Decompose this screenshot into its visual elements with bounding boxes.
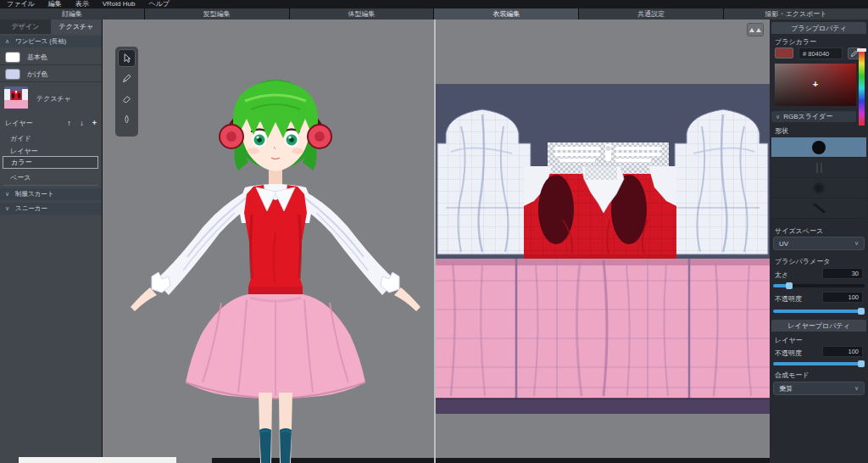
divider [3, 185, 97, 186]
layer-move-up-button[interactable]: ↑ [64, 118, 75, 128]
base-color-swatch[interactable] [5, 52, 20, 63]
floor-band [436, 458, 770, 463]
opacity-value-field[interactable]: 100 [822, 292, 863, 303]
blend-mode-value: 乗算 [779, 384, 854, 393]
character-model[interactable] [103, 20, 434, 463]
opacity-slider[interactable] [773, 308, 865, 315]
base-color-row[interactable]: 基本色 [0, 49, 102, 65]
size-space-label: サイズスペース [775, 226, 823, 236]
layer-opacity-value-field[interactable]: 100 [822, 346, 863, 357]
texture-thumbnail[interactable] [4, 86, 28, 110]
layer-opacity-slider[interactable] [773, 360, 865, 367]
cursor-icon [121, 53, 132, 64]
texture-row[interactable]: テクスチャ [0, 85, 102, 112]
eraser-icon [121, 93, 132, 104]
view-toggle-button[interactable] [747, 23, 764, 36]
slider-handle[interactable] [858, 308, 865, 315]
opacity-label: 不透明度 [775, 294, 802, 304]
menu-vroid-hub[interactable]: VRoid Hub [96, 0, 142, 8]
section-uniform-skirt-label: 制服スカート [15, 190, 54, 198]
hue-slider-handle[interactable] [857, 48, 866, 52]
rgb-sliders-section[interactable]: ∨ RGBスライダー [771, 111, 856, 122]
layer-list-header: レイヤー ↑ ↓ + [0, 117, 102, 129]
section-sneakers-label: スニーカー [15, 204, 47, 213]
menu-edit[interactable]: 編集 [42, 0, 69, 8]
shade-color-row[interactable]: かげ色 [0, 66, 102, 82]
shade-color-swatch[interactable] [5, 69, 20, 80]
pencil-icon [121, 73, 132, 84]
blend-mode-label: 合成モード [775, 371, 809, 380]
fill-tool-button[interactable] [118, 110, 136, 128]
shape-option-hard-circle[interactable] [771, 137, 866, 158]
size-space-value: UV [779, 240, 854, 248]
layer-item-color-selected[interactable]: カラー [3, 156, 98, 169]
menu-bar: ファイル 編集 表示 VRoid Hub ヘルプ [0, 0, 868, 8]
layer-header-label: レイヤー [5, 119, 64, 128]
tab-costume-edit[interactable]: 衣装編集 [434, 8, 578, 20]
chevron-down-icon: ∨ [854, 385, 859, 392]
floor-highlight [19, 457, 176, 463]
diagonal-stroke-icon [812, 203, 825, 214]
menu-view[interactable]: 表示 [69, 0, 96, 8]
shape-option-diagonal-stroke[interactable] [771, 198, 866, 219]
menu-help[interactable]: ヘルプ [142, 0, 176, 8]
saturation-value-picker[interactable]: + [775, 64, 856, 106]
chevron-down-icon: ∨ [5, 191, 15, 198]
chevron-down-icon: ∨ [5, 205, 15, 212]
model-viewport[interactable] [103, 20, 434, 463]
tab-face-edit[interactable]: 顔編集 [0, 8, 144, 20]
layer-properties-header: レイヤープロパティ [771, 320, 866, 332]
texture-canvas[interactable] [436, 84, 770, 414]
brush-properties-header: ブラシプロパティ [771, 22, 866, 34]
vroid-studio-window: ファイル 編集 表示 VRoid Hub ヘルプ 顔編集 髪型編集 体型編集 衣… [0, 0, 868, 463]
color-picker-cursor: + [813, 79, 818, 89]
brush-color-swatch[interactable] [775, 47, 793, 59]
texture-edit-panel [434, 20, 770, 463]
menu-file[interactable]: ファイル [0, 0, 42, 8]
brush-shape-list [771, 137, 866, 219]
slider-handle[interactable] [786, 282, 793, 289]
section-uniform-skirt[interactable]: ∨ 制服スカート [0, 188, 102, 200]
layer-opacity-label: 不透明度 [775, 349, 802, 358]
tab-common-settings[interactable]: 共通設定 [579, 8, 723, 20]
layer-add-button[interactable]: + [89, 118, 100, 128]
shape-option-pen-tip[interactable] [771, 158, 866, 178]
eraser-tool-button[interactable] [118, 90, 136, 108]
hue-slider[interactable] [859, 51, 865, 126]
slider-handle[interactable] [858, 360, 865, 367]
shade-color-label: かげ色 [27, 70, 47, 79]
layer-item-guide[interactable]: ガイド [10, 133, 95, 143]
tab-design[interactable]: デザイン [0, 20, 51, 34]
texture-row-label: テクスチャ [36, 94, 71, 103]
droplet-icon [121, 114, 132, 125]
tab-texture[interactable]: テクスチャ [51, 20, 102, 34]
shape-option-soft-circle[interactable] [771, 178, 866, 198]
tab-body-edit[interactable]: 体型編集 [290, 8, 434, 20]
left-panel-tabs: デザイン テクスチャ [0, 20, 102, 34]
floor-band [212, 458, 434, 463]
properties-panel: ブラシプロパティ ブラシカラー # 804040 + ∨ RGBスライダー 形状 [770, 20, 868, 463]
pen-tip-icon [816, 163, 822, 173]
hex-color-field[interactable]: # 804040 [798, 47, 843, 59]
hard-circle-icon [812, 141, 826, 154]
edit-mode-tabbar: 顔編集 髪型編集 体型編集 衣装編集 共通設定 撮影・エクスポート [0, 8, 868, 20]
section-sneakers[interactable]: ∨ スニーカー [0, 203, 102, 215]
chevron-up-icon: ∧ [5, 38, 15, 45]
soft-circle-icon [812, 181, 826, 195]
size-space-dropdown[interactable]: UV ∨ [773, 237, 865, 250]
layer-move-down-button[interactable]: ↓ [76, 118, 87, 128]
thickness-slider[interactable] [773, 282, 865, 289]
brush-tool-button[interactable] [118, 70, 136, 87]
brush-params-label: ブラシパラメータ [775, 257, 830, 266]
layer-label: レイヤー [775, 336, 803, 345]
thickness-value-field[interactable]: 30 [822, 268, 863, 279]
layer-item-base[interactable]: ベース [10, 172, 95, 182]
section-onepiece[interactable]: ∧ ワンピース (長袖) [0, 36, 102, 47]
layer-item-layer[interactable]: レイヤー [10, 146, 95, 156]
rgb-sliders-label: RGBスライダー [783, 112, 832, 121]
shape-label: 形状 [775, 126, 788, 136]
select-tool-button[interactable] [118, 49, 136, 67]
tab-hair-edit[interactable]: 髪型編集 [145, 8, 289, 20]
tab-photo-export[interactable]: 撮影・エクスポート [724, 8, 868, 20]
blend-mode-dropdown[interactable]: 乗算 ∨ [773, 382, 865, 395]
